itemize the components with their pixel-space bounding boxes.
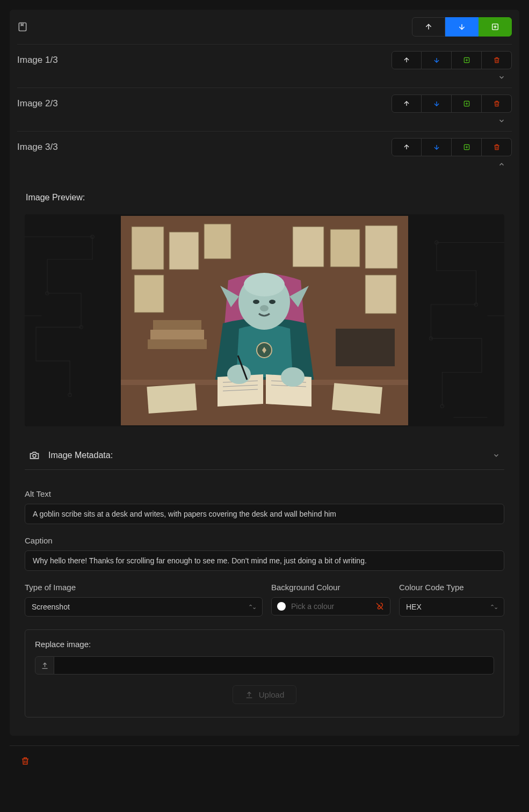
panel-move-down-button[interactable] xyxy=(445,17,479,37)
upload-path-input[interactable] xyxy=(54,656,494,675)
image-move-down-button[interactable] xyxy=(422,95,452,113)
colour-code-value: HEX xyxy=(406,603,422,611)
svg-point-29 xyxy=(269,300,276,304)
svg-rect-19 xyxy=(365,226,397,269)
upload-button-label: Upload xyxy=(259,690,285,699)
image-move-down-button[interactable] xyxy=(422,138,452,156)
colour-code-select[interactable]: HEX ⌃⌄ xyxy=(399,597,504,617)
image-delete-button[interactable] xyxy=(482,95,512,113)
preview-label: Image Preview: xyxy=(26,193,504,202)
replace-image-box: Replace image: Upload xyxy=(25,629,504,717)
delete-panel-button[interactable] xyxy=(20,756,30,766)
svg-rect-25 xyxy=(336,329,395,366)
svg-point-30 xyxy=(260,305,269,311)
colour-swatch-icon xyxy=(277,602,286,611)
svg-rect-20 xyxy=(134,275,164,313)
svg-rect-24 xyxy=(153,320,201,330)
svg-rect-21 xyxy=(365,275,396,314)
image-preview xyxy=(25,214,504,426)
bg-colour-picker[interactable]: Pick a colour xyxy=(271,597,390,615)
alt-text-label: Alt Text xyxy=(25,489,504,498)
image-delete-button[interactable] xyxy=(482,138,512,156)
image-label: Image 1/3 xyxy=(17,55,58,66)
svg-rect-16 xyxy=(204,224,231,259)
image-label: Image 2/3 xyxy=(17,98,58,109)
image-add-button[interactable] xyxy=(452,51,482,69)
svg-point-40 xyxy=(281,367,305,387)
svg-rect-43 xyxy=(332,383,382,414)
image-add-button[interactable] xyxy=(452,95,482,113)
svg-rect-15 xyxy=(169,232,199,270)
upload-browse-button[interactable] xyxy=(35,656,54,675)
image-item: Image 3/3 Image Preview: xyxy=(17,131,512,728)
svg-rect-17 xyxy=(293,227,324,267)
svg-point-39 xyxy=(227,365,251,384)
image-move-up-button[interactable] xyxy=(392,51,422,69)
image-move-up-button[interactable] xyxy=(392,95,422,113)
type-label: Type of Image xyxy=(25,583,263,592)
chevron-down-icon[interactable] xyxy=(498,117,505,125)
type-select[interactable]: Screenshot ⌃⌄ xyxy=(25,597,263,617)
panel-add-button[interactable] xyxy=(479,17,512,37)
image-move-up-button[interactable] xyxy=(392,138,422,156)
select-arrows-icon: ⌃⌄ xyxy=(490,604,497,611)
svg-rect-14 xyxy=(132,227,164,270)
panel-header xyxy=(17,17,512,37)
bg-colour-label: Background Colour xyxy=(271,583,390,592)
caption-input[interactable] xyxy=(25,550,504,571)
image-add-button[interactable] xyxy=(452,138,482,156)
image-label: Image 3/3 xyxy=(17,142,58,153)
alt-text-input[interactable] xyxy=(25,504,504,524)
camera-icon xyxy=(29,450,40,461)
svg-rect-33 xyxy=(121,380,408,385)
select-arrows-icon: ⌃⌄ xyxy=(248,604,256,611)
svg-rect-42 xyxy=(147,383,197,413)
chevron-down-icon[interactable] xyxy=(498,74,505,81)
bookmark-icon xyxy=(17,21,28,32)
svg-point-27 xyxy=(244,273,285,296)
image-move-down-button[interactable] xyxy=(422,51,452,69)
chevron-up-icon[interactable] xyxy=(498,161,505,168)
image-delete-button[interactable] xyxy=(482,51,512,69)
svg-point-28 xyxy=(253,300,259,304)
metadata-title: Image Metadata: xyxy=(48,451,113,460)
panel-move-up-button[interactable] xyxy=(412,17,445,37)
image-item: Image 1/3 xyxy=(17,44,512,88)
svg-rect-18 xyxy=(330,229,360,267)
svg-point-44 xyxy=(33,454,36,458)
type-value: Screenshot xyxy=(32,603,70,611)
svg-rect-22 xyxy=(148,339,207,349)
bg-colour-placeholder: Pick a colour xyxy=(291,602,369,611)
preview-image xyxy=(121,216,408,425)
image-item: Image 2/3 xyxy=(17,88,512,131)
svg-rect-23 xyxy=(150,330,204,339)
no-paint-icon xyxy=(375,601,385,611)
caption-label: Caption xyxy=(25,536,504,545)
colour-code-label: Colour Code Type xyxy=(399,583,504,592)
upload-button[interactable]: Upload xyxy=(233,685,297,704)
chevron-down-icon[interactable] xyxy=(492,452,500,459)
replace-label: Replace image: xyxy=(35,640,494,649)
